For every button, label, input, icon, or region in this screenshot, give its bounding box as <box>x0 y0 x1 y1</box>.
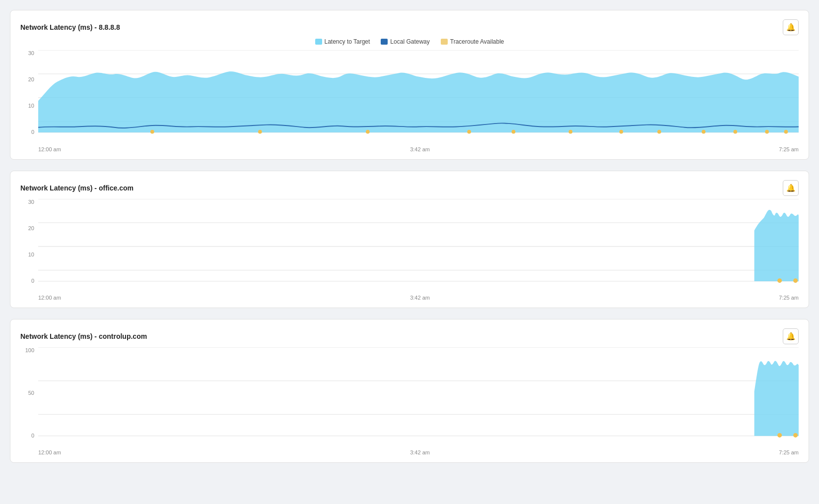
chart-title-office: Network Latency (ms) - office.com <box>20 184 134 192</box>
x-label: 12:00 am <box>38 449 61 455</box>
svg-point-23 <box>793 278 798 283</box>
chart-body-office <box>38 199 799 294</box>
card-header-office: Network Latency (ms) - office.com 🔔 <box>20 180 799 196</box>
y-label: 0 <box>31 278 34 284</box>
x-label: 7:25 am <box>779 449 799 455</box>
legend-item-traceroute: Traceroute Available <box>441 38 504 45</box>
x-axis-controlup: 12:00 am 3:42 am 7:25 am <box>38 449 799 455</box>
legend-label-traceroute: Traceroute Available <box>450 38 504 45</box>
svg-point-5 <box>150 130 154 134</box>
x-label: 7:25 am <box>779 295 799 301</box>
x-label: 7:25 am <box>779 146 799 152</box>
alert-button-8888[interactable]: 🔔 <box>783 19 799 35</box>
svg-point-8 <box>467 130 471 134</box>
chart-body-controlup <box>38 347 799 448</box>
chart-card-office: Network Latency (ms) - office.com 🔔 30 2… <box>10 171 809 309</box>
x-label: 12:00 am <box>38 146 61 152</box>
alert-button-controlup[interactable]: 🔔 <box>783 328 799 344</box>
legend-label-latency: Latency to Target <box>325 38 370 45</box>
y-label: 20 <box>28 76 34 82</box>
chart-body-8888 <box>38 50 799 145</box>
legend-swatch-gateway <box>381 39 388 45</box>
svg-point-12 <box>657 130 661 134</box>
chart-area-8888: 30 20 10 0 <box>20 50 799 145</box>
y-label: 30 <box>28 199 34 205</box>
chart-card-8888: Network Latency (ms) - 8.8.8.8 🔔 Latency… <box>10 10 809 160</box>
svg-point-13 <box>702 130 706 134</box>
x-label: 12:00 am <box>38 295 61 301</box>
legend-swatch-traceroute <box>441 39 448 45</box>
y-label: 30 <box>28 50 34 56</box>
y-axis-office: 30 20 10 0 <box>20 199 36 284</box>
card-header-controlup: Network Latency (ms) - controlup.com 🔔 <box>20 328 799 344</box>
y-label: 0 <box>31 129 34 135</box>
chart-area-controlup: 100 50 0 <box>20 347 799 448</box>
y-axis-controlup: 100 50 0 <box>20 347 36 439</box>
legend-item-latency: Latency to Target <box>315 38 370 45</box>
y-label: 20 <box>28 225 34 231</box>
y-label: 10 <box>28 252 34 257</box>
svg-point-14 <box>734 130 738 134</box>
svg-point-28 <box>777 433 782 438</box>
svg-point-9 <box>512 130 516 134</box>
legend-swatch-latency <box>315 39 322 45</box>
chart-title-8888: Network Latency (ms) - 8.8.8.8 <box>20 23 120 31</box>
chart-svg-controlup <box>38 347 799 448</box>
y-axis-8888: 30 20 10 0 <box>20 50 36 135</box>
x-axis-office: 12:00 am 3:42 am 7:25 am <box>38 295 799 301</box>
y-label: 0 <box>31 433 34 439</box>
svg-point-15 <box>765 130 769 134</box>
x-axis-8888: 12:00 am 3:42 am 7:25 am <box>38 146 799 152</box>
chart-title-controlup: Network Latency (ms) - controlup.com <box>20 332 147 340</box>
legend-item-gateway: Local Gateway <box>381 38 429 45</box>
chart-legend: Latency to Target Local Gateway Tracerou… <box>20 38 799 45</box>
x-label: 3:42 am <box>410 295 430 301</box>
x-label: 3:42 am <box>410 449 430 455</box>
svg-point-10 <box>569 130 573 134</box>
alert-button-office[interactable]: 🔔 <box>783 180 799 196</box>
y-label: 10 <box>28 103 34 109</box>
svg-point-22 <box>777 278 782 283</box>
card-header-8888: Network Latency (ms) - 8.8.8.8 🔔 <box>20 19 799 35</box>
y-label: 50 <box>28 390 34 396</box>
chart-svg-8888 <box>38 50 799 145</box>
svg-point-6 <box>258 130 262 134</box>
y-label: 100 <box>25 347 34 353</box>
x-label: 3:42 am <box>410 146 430 152</box>
chart-card-controlup: Network Latency (ms) - controlup.com 🔔 1… <box>10 319 809 463</box>
svg-point-11 <box>619 130 623 134</box>
legend-label-gateway: Local Gateway <box>390 38 429 45</box>
svg-point-29 <box>793 433 798 438</box>
chart-area-office: 30 20 10 0 <box>20 199 799 294</box>
svg-point-7 <box>366 130 370 134</box>
chart-svg-office <box>38 199 799 294</box>
svg-point-16 <box>784 130 788 134</box>
